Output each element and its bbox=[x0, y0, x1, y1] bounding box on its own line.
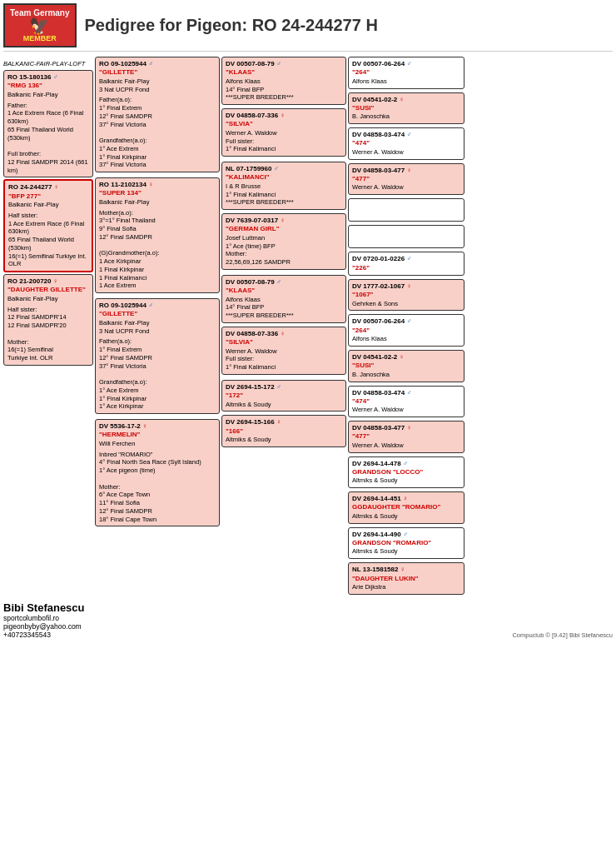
logo: Team Germany 🦅 MEMBER bbox=[3, 3, 77, 47]
c2-1-card: DV 00507-08-79 ♂ "KLAAS" Alfons Klaas 14… bbox=[221, 57, 346, 105]
loft-label: BALKANIC-FAIR-PLAY-LOFT bbox=[3, 60, 93, 67]
owner-phone: +40723345543 bbox=[3, 631, 85, 639]
c3-1-card: DV 00507-06-264 ♂ "264" Alfons Klaas bbox=[348, 57, 464, 89]
header: Team Germany 🦅 MEMBER Pedigree for Pigeo… bbox=[3, 3, 613, 52]
pedigree-tree: BALKANIC-FAIR-PLAY-LOFT RO 15-180136 ♂ "… bbox=[3, 57, 611, 596]
owner-name: Bibi Stefanescu bbox=[3, 601, 85, 614]
c2-8-card: DV 2694-15-166 ♀ "166" Altmiks & Soudy bbox=[221, 415, 346, 447]
c3-2-card: DV 04541-02-2 ♀ "SUSI" B. Janoschka bbox=[348, 92, 464, 125]
c3-3-card: DV 04858-03-474 ♂ "474" Werner A. Waldow bbox=[348, 127, 464, 160]
c2-3-card: NL 07-1759960 ♂ "KALIMANCI" I & R Brusse… bbox=[221, 162, 346, 210]
col3: DV 00507-06-264 ♂ "264" Alfons Klaas DV … bbox=[348, 57, 464, 596]
mother-id: RO 21-200720 ♀ bbox=[7, 277, 89, 286]
c1-3-card: RO 09-1025944 ♂ "GILLETTE" Balkanic Fair… bbox=[95, 298, 220, 414]
c2-5-card: DV 00507-08-79 ♂ "KLAAS" Alfons Klaas 14… bbox=[221, 275, 346, 323]
page-title: Pedigree for Pigeon: RO 24-244277 H bbox=[85, 16, 378, 35]
subject-id: RO 24-244277 ♀ bbox=[8, 183, 88, 192]
owner-email1: sportcolumbofil.ro bbox=[3, 614, 85, 622]
mother-card: RO 21-200720 ♀ "DAUGHTER GILLETTE" Balka… bbox=[3, 274, 93, 366]
c2-6-card: DV 04858-07-336 ♀ "SILVIA" Werner A. Wal… bbox=[221, 327, 346, 375]
logo-member: MEMBER bbox=[10, 34, 70, 42]
c3-15-card: NL 13-1581582 ♀ "DAUGHTER LUKIN" Arie Di… bbox=[348, 562, 464, 595]
c2-4-card: DV 7639-07-0317 ♀ "GERMAN GIRL" Josef Lu… bbox=[221, 213, 346, 270]
c3-4-card: DV 04858-03-477 ♀ "477" Werner A. Waldow bbox=[348, 163, 464, 196]
owner-email2: pigeonbyby@yahoo.com bbox=[3, 622, 85, 631]
col0: BALKANIC-FAIR-PLAY-LOFT RO 15-180136 ♂ "… bbox=[3, 57, 93, 596]
owner-info: Bibi Stefanescu sportcolumbofil.ro pigeo… bbox=[3, 601, 85, 639]
subject-pigeon-card: RO 24-244277 ♀ "BFP 277" Balkanic Fair-P… bbox=[3, 179, 93, 272]
c3-9-card: DV 04541-02-2 ♀ "SUSI" B. Janoschka bbox=[348, 350, 464, 382]
c3-10-card: DV 04858-03-474 ♂ "474" Werner A. Waldow bbox=[348, 386, 464, 418]
father-card: RO 15-180136 ♂ "RMG 136" Balkanic Fair-P… bbox=[3, 70, 93, 177]
col1: RO 09-1025944 ♂ "GILLETTE" Balkanic Fair… bbox=[95, 57, 220, 596]
c2-2-card: DV 04858-07-336 ♀ "SILVIA" Werner A. Wal… bbox=[221, 108, 346, 157]
c3-empty1 bbox=[348, 198, 464, 222]
col2: DV 00507-08-79 ♂ "KLAAS" Alfons Klaas 14… bbox=[221, 57, 346, 596]
c3-6-card: DV 1777-02-1067 ♀ "1067" Gehrken & Sons bbox=[348, 279, 464, 312]
c3-11-card: DV 04858-03-477 ♀ "477" Werner A. Waldow bbox=[348, 421, 464, 453]
page: Team Germany 🦅 MEMBER Pedigree for Pigeo… bbox=[0, 0, 616, 642]
c3-13-card: DV 2694-14-451 ♀ GGDAUGHTER "ROMARIO" Al… bbox=[348, 491, 464, 524]
c3-8-card: DV 00507-06-264 ♂ "264" Alfons Klaas bbox=[348, 314, 464, 347]
c1-4-card: DV 5536-17-2 ♀ "HERMELIN" Willi Ferchen … bbox=[95, 419, 220, 526]
c3-14-card: DV 2694-14-490 ♂ GRANDSON "ROMARIO" Altm… bbox=[348, 527, 464, 560]
c3-empty2 bbox=[348, 225, 464, 248]
c1-1-card: RO 09-1025944 ♂ "GILLETTE" Balkanic Fair… bbox=[95, 57, 220, 172]
father-id: RO 15-180136 ♂ bbox=[7, 73, 89, 82]
c1-2-card: RO 11-2102134 ♀ "SUPER 134" Balkanic Fai… bbox=[95, 177, 220, 293]
footer-note: Compuclub © [9.42] Bibi Stefanescu bbox=[512, 631, 613, 639]
c3-5-card: DV 0720-01-0226 ♂ "226" bbox=[348, 252, 464, 276]
c2-7-card: DV 2694-15-172 ♂ "172" Altmiks & Soudy bbox=[221, 380, 346, 412]
c3-12-card: DV 2694-14-478 ♂ GRANDSON "LOCCO" Altmik… bbox=[348, 456, 464, 489]
